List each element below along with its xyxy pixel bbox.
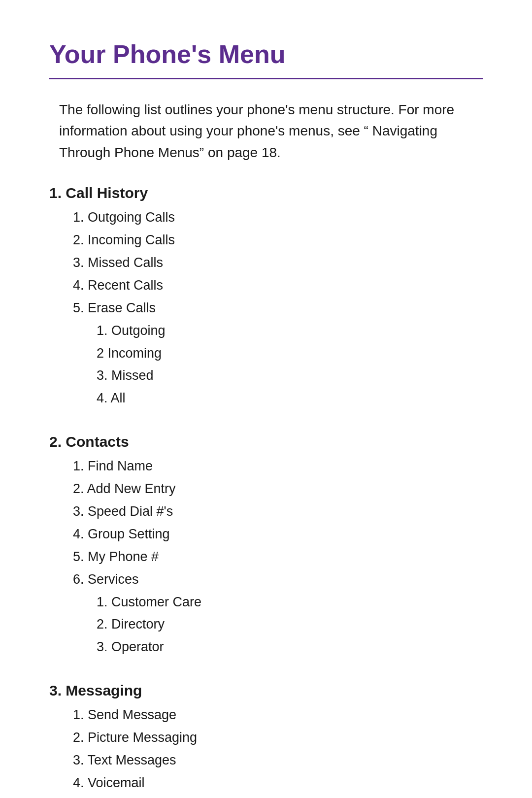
list-item: 3. Text Messages	[73, 749, 483, 772]
list-item: 2. Directory	[97, 613, 483, 636]
list-item: 3. Speed Dial #'s	[73, 500, 483, 523]
list-item: 3. Missed	[97, 365, 483, 387]
list-item: 2. Add New Entry	[73, 478, 483, 500]
list-item: 4. All	[97, 387, 483, 410]
page-container: Your Phone's Menu The following list out…	[0, 0, 532, 798]
sublist: 1. Outgoing2 Incoming3. Missed4. All	[73, 320, 483, 410]
page-title: Your Phone's Menu	[49, 39, 483, 69]
section-header-messaging: 3. Messaging	[49, 682, 483, 699]
list-item: 5. My Phone #	[73, 546, 483, 568]
list-item: 6. Services1. Customer Care2. Directory3…	[73, 568, 483, 659]
intro-text: The following list outlines your phone's…	[49, 99, 483, 163]
list-item: 1. Send Message	[73, 704, 483, 727]
list-item: 3. Operator	[97, 636, 483, 659]
section-contacts: 2. Contacts1. Find Name2. Add New Entry3…	[49, 433, 483, 659]
list-item: 4. Group Setting	[73, 523, 483, 546]
section-call-history: 1. Call History1. Outgoing Calls2. Incom…	[49, 185, 483, 410]
list-contacts: 1. Find Name2. Add New Entry3. Speed Dia…	[49, 455, 483, 659]
list-item: 1. Outgoing Calls	[73, 206, 483, 229]
sublist: 1. Customer Care2. Directory3. Operator	[73, 591, 483, 659]
sections-container: 1. Call History1. Outgoing Calls2. Incom…	[49, 185, 483, 798]
list-item: 4. Recent Calls	[73, 274, 483, 297]
section-header-call-history: 1. Call History	[49, 185, 483, 201]
sublist: 1. Call Voicemail2. Details3. Clear Icon	[73, 795, 483, 798]
list-item: 1. Customer Care	[97, 591, 483, 614]
list-call-history: 1. Outgoing Calls2. Incoming Calls3. Mis…	[49, 206, 483, 410]
list-item: 2. Incoming Calls	[73, 229, 483, 252]
list-item: 1. Call Voicemail	[97, 795, 483, 798]
list-item: 2 Incoming	[97, 342, 483, 365]
list-item: 2. Picture Messaging	[73, 727, 483, 749]
list-item: 1. Outgoing	[97, 320, 483, 342]
list-item: 1. Find Name	[73, 455, 483, 478]
list-item: 5. Erase Calls1. Outgoing2 Incoming3. Mi…	[73, 297, 483, 410]
title-divider	[49, 78, 483, 79]
section-header-contacts: 2. Contacts	[49, 433, 483, 450]
list-item: 3. Missed Calls	[73, 252, 483, 274]
section-messaging: 3. Messaging1. Send Message2. Picture Me…	[49, 682, 483, 798]
list-messaging: 1. Send Message2. Picture Messaging3. Te…	[49, 704, 483, 798]
list-item: 4. Voicemail1. Call Voicemail2. Details3…	[73, 772, 483, 798]
